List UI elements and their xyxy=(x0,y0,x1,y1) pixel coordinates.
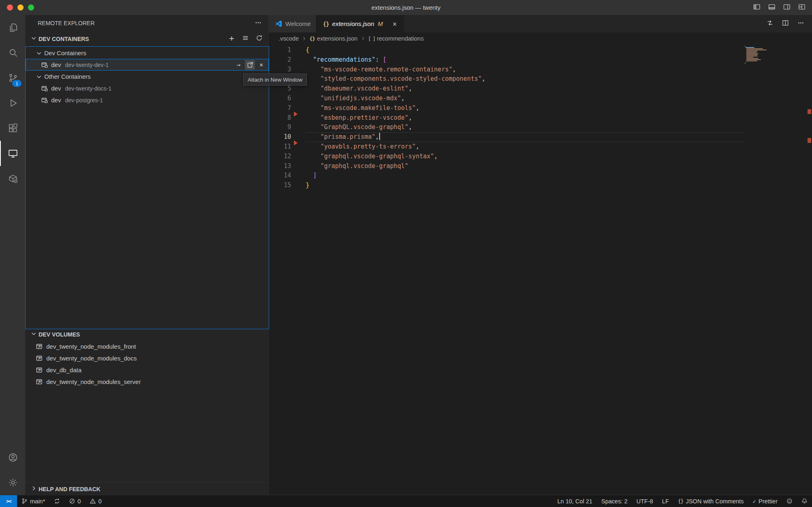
toggle-primary-sidebar-button[interactable] xyxy=(753,3,760,12)
status-errors-count[interactable]: 0 xyxy=(65,495,85,507)
breadcrumb-item[interactable]: .vscode xyxy=(279,35,299,42)
status-eol-sequence[interactable]: LF xyxy=(658,495,674,507)
code-line-content: } xyxy=(306,181,745,190)
open-changes-button[interactable] xyxy=(767,19,773,28)
status-indentation[interactable]: Spaces: 2 xyxy=(597,495,632,507)
activity-item-settings[interactable] xyxy=(0,470,25,495)
tab-label: Welcome xyxy=(285,20,311,27)
activity-item-containers[interactable] xyxy=(0,166,25,191)
gutter xyxy=(291,45,306,55)
stop-container-button[interactable]: × xyxy=(256,60,266,70)
minimap-line xyxy=(746,54,758,55)
dev-containers-section-header[interactable]: DEV CONTAINERS + xyxy=(25,32,268,45)
remote-explorer-icon xyxy=(8,148,18,159)
zoom-window-button[interactable] xyxy=(28,4,34,11)
minimap-line xyxy=(746,60,757,61)
chevron-down-icon xyxy=(30,35,37,41)
activity-item-extensions[interactable] xyxy=(0,116,25,141)
feedback-icon xyxy=(786,498,793,504)
close-tab-icon[interactable]: × xyxy=(391,20,398,28)
status-language-mode[interactable]: {}JSON with Comments xyxy=(674,495,748,507)
gutter xyxy=(291,152,306,162)
close-window-button[interactable] xyxy=(7,4,13,11)
status-feedback[interactable] xyxy=(782,495,797,507)
dev-containers-header-label: DEV CONTAINERS xyxy=(39,36,89,42)
new-dev-container-button[interactable]: + xyxy=(228,35,235,43)
activity-item-source-control[interactable]: 1 xyxy=(0,65,25,91)
breadcrumb-item[interactable]: [ ]recommendations xyxy=(368,35,424,42)
status-remote-indicator[interactable]: >< xyxy=(0,495,17,507)
minimize-window-button[interactable] xyxy=(17,4,24,11)
gutter xyxy=(291,65,306,75)
container-icon xyxy=(41,85,48,92)
volume-item-row[interactable]: dev_db_data xyxy=(25,364,268,376)
tabs: Welcome{}extensions.jsonM× xyxy=(268,15,404,32)
dev-containers-tree[interactable]: Dev Containersdevdev-twenty-dev-1→×Other… xyxy=(25,46,269,329)
scm-badge: 1 xyxy=(12,80,22,87)
code-line: 12 "graphql.vscode-graphql-syntax", xyxy=(268,152,812,162)
git-deleted-marker xyxy=(294,140,298,145)
activity-item-accounts[interactable] xyxy=(0,445,25,470)
code-line-content: ] xyxy=(306,171,745,181)
minimap-line xyxy=(746,59,760,60)
more-icon xyxy=(797,19,804,26)
status-warnings-count[interactable]: 0 xyxy=(85,495,106,507)
traffic-lights xyxy=(7,4,34,11)
code-editor[interactable]: 1{2 "recommendations": [3 "ms-vscode-rem… xyxy=(268,45,812,495)
volume-item-row[interactable]: dev_twenty_node_modules_docs xyxy=(25,352,268,364)
titlebar: extensions.json — twenty xyxy=(0,0,812,15)
breadcrumb-item[interactable]: {}extensions.json xyxy=(309,35,358,42)
status-formatter-prettier[interactable]: ✓Prettier xyxy=(748,495,782,507)
activity-item-search[interactable] xyxy=(0,40,25,65)
container-group-row[interactable]: Dev Containers xyxy=(26,47,269,59)
container-icon xyxy=(41,97,48,104)
container-item-description: dev-postgres-1 xyxy=(65,97,103,104)
check-icon: ✓ xyxy=(753,498,756,504)
container-list-button[interactable] xyxy=(242,35,249,43)
status-bar-left: ><main*00 xyxy=(0,495,106,507)
status-sync-changes[interactable] xyxy=(50,495,65,507)
extensions-icon xyxy=(8,123,18,134)
more-actions-button[interactable] xyxy=(797,19,804,28)
status-notifications[interactable] xyxy=(797,495,812,507)
code-line: 10 "prisma.prisma", xyxy=(268,132,812,142)
status-branch-indicator[interactable]: main* xyxy=(17,495,50,507)
attach-container-button[interactable]: → xyxy=(233,60,244,70)
array-icon: [ ] xyxy=(368,36,375,42)
volume-item-row[interactable]: dev_twenty_node_modules_front xyxy=(25,341,268,352)
dev-containers-icon xyxy=(8,173,18,184)
customize-layout-button[interactable] xyxy=(798,3,806,12)
container-item-row[interactable]: devdev-twenty-dev-1→× xyxy=(26,59,269,71)
tab-extensions-json[interactable]: {}extensions.jsonM× xyxy=(316,15,404,32)
refresh-containers-button[interactable] xyxy=(256,35,263,43)
minimap[interactable] xyxy=(745,46,767,64)
attach-in-new-window-button[interactable] xyxy=(245,60,255,70)
views-more-actions-button[interactable] xyxy=(255,21,262,28)
code-line-content: "GraphQL.vscode-graphql", xyxy=(306,123,745,132)
split-editor-button[interactable] xyxy=(782,19,789,28)
toggle-panel-button[interactable] xyxy=(768,3,775,12)
container-item-row[interactable]: devdev-twenty-docs-1 xyxy=(26,82,269,94)
search-icon xyxy=(8,47,18,58)
container-item-row[interactable]: devdev-postgres-1 xyxy=(26,94,269,106)
status-formatter-prettier-label: Prettier xyxy=(758,498,777,505)
volume-item-row[interactable]: dev_twenty_node_modules_server xyxy=(25,376,268,388)
toggle-secondary-sidebar-button[interactable] xyxy=(783,3,790,12)
status-encoding[interactable]: UTF-8 xyxy=(632,495,658,507)
dev-volumes-section-header[interactable]: DEV VOLUMES xyxy=(25,328,268,341)
tab-welcome[interactable]: Welcome xyxy=(268,15,316,32)
gutter xyxy=(291,181,306,190)
container-group-row[interactable]: Other Containers xyxy=(26,71,269,82)
activity-item-explorer[interactable] xyxy=(0,15,25,40)
activity-item-run-and-debug[interactable] xyxy=(0,91,25,116)
status-errors-count-label: 0 xyxy=(78,498,81,505)
gutter xyxy=(291,55,306,65)
help-and-feedback-section-header[interactable]: HELP AND FEEDBACK xyxy=(25,482,268,495)
line-number: 9 xyxy=(268,123,291,132)
status-cursor-position-label: Ln 10, Col 21 xyxy=(557,498,592,505)
split-editor-icon xyxy=(782,19,789,26)
container-icon xyxy=(41,61,48,68)
add-icon: + xyxy=(228,35,235,42)
activity-item-remote-explorer[interactable] xyxy=(0,141,25,166)
status-cursor-position[interactable]: Ln 10, Col 21 xyxy=(553,495,597,507)
